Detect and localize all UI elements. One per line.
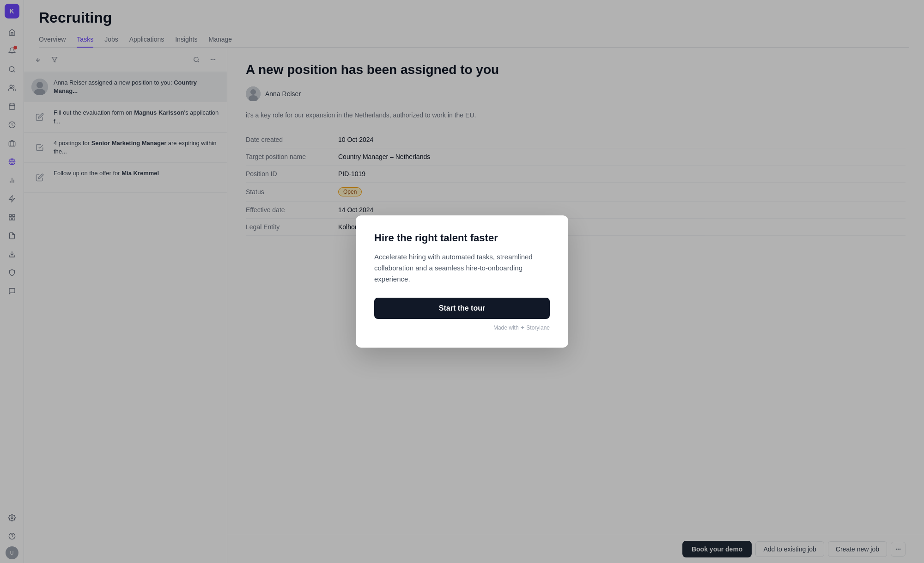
modal-description: Accelerate hiring with automated tasks, … xyxy=(374,251,550,285)
modal-dialog: Hire the right talent faster Accelerate … xyxy=(356,215,568,348)
modal-footer: Made with ✦ Storylane xyxy=(374,324,550,331)
start-tour-button[interactable]: Start the tour xyxy=(374,298,550,319)
modal-footer-text: Made with ✦ Storylane xyxy=(493,324,550,331)
modal-title: Hire the right talent faster xyxy=(374,232,550,244)
modal-overlay: Hire the right talent faster Accelerate … xyxy=(0,0,924,563)
